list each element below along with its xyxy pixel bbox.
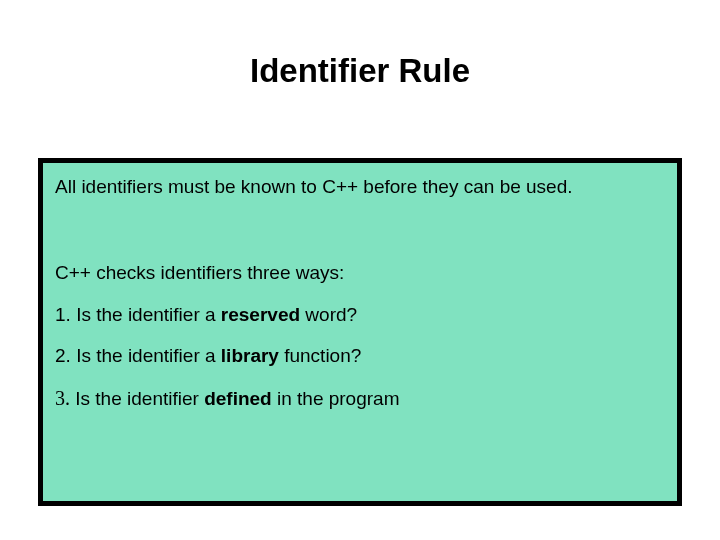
item-number: 2. (55, 345, 71, 366)
item-prefix: Is the identifier a (71, 345, 221, 366)
item-number: 1. (55, 304, 71, 325)
item-number: 3. (55, 387, 70, 409)
slide-title: Identifier Rule (0, 0, 720, 90)
slide: Identifier Rule All identifiers must be … (0, 0, 720, 540)
content-box: All identifiers must be known to C++ bef… (38, 158, 682, 506)
intro-text: All identifiers must be known to C++ bef… (55, 175, 665, 199)
list-item: 2. Is the identifier a library function? (55, 344, 665, 368)
list-item: 1. Is the identifier a reserved word? (55, 303, 665, 327)
item-suffix: word? (300, 304, 357, 325)
item-prefix: Is the identifier (70, 388, 204, 409)
item-suffix: in the program (272, 388, 400, 409)
item-bold: library (221, 345, 279, 366)
item-bold: defined (204, 388, 272, 409)
item-prefix: Is the identifier a (71, 304, 221, 325)
subheading-text: C++ checks identifiers three ways: (55, 261, 665, 285)
item-suffix: function? (279, 345, 361, 366)
list-item: 3. Is the identifier defined in the prog… (55, 386, 665, 411)
item-bold: reserved (221, 304, 300, 325)
